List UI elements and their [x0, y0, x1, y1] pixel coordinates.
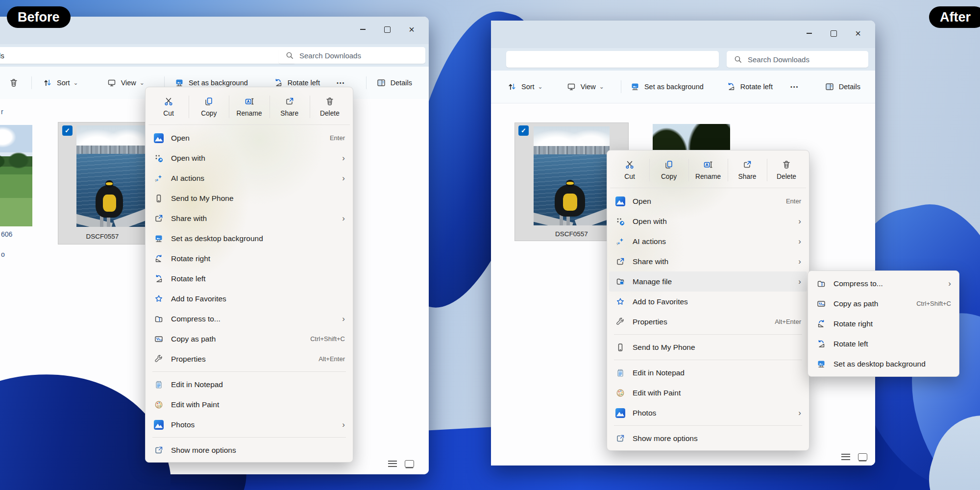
details-label: Details [839, 83, 860, 91]
sort-button[interactable]: Sort ⌄ [43, 78, 78, 88]
close-button[interactable]: × [846, 25, 870, 41]
cut-button[interactable]: Cut [148, 89, 189, 124]
menu-item-manage-file[interactable]: Manage file › [609, 271, 807, 292]
chevron-down-icon: ⌄ [599, 83, 604, 90]
menu-item-rotate-left[interactable]: Rotate left [147, 269, 351, 289]
golf-photo [0, 125, 32, 226]
menu-item-compress-to[interactable]: Compress to... › [810, 273, 957, 294]
details-view-icon[interactable] [388, 461, 397, 467]
rotate-left-button[interactable]: Rotate left [273, 78, 320, 88]
menu-item-set-as-desktop-background[interactable]: Set as desktop background [810, 354, 957, 374]
copy-label: Copy [201, 110, 217, 117]
menu-item-open[interactable]: Open Enter [609, 191, 807, 211]
menu-items: Open Enter Open with › AI actions › Shar… [609, 188, 807, 448]
thumbnail-view-icon[interactable] [405, 460, 414, 467]
menu-item-share-with[interactable]: Share with › [147, 208, 351, 228]
maximize-button[interactable] [375, 22, 399, 37]
rename-label: Rename [695, 173, 721, 180]
menu-item-ai-actions[interactable]: AI actions › [609, 231, 807, 251]
menu-item-compress-to[interactable]: Compress to... › [147, 309, 351, 329]
maximize-button[interactable] [821, 25, 846, 41]
image-icon [630, 82, 640, 92]
menu-item-photos[interactable]: Photos › [147, 415, 351, 435]
selection-checkbox[interactable]: ✓ [518, 125, 529, 136]
paint-icon [615, 388, 625, 398]
delete-button[interactable]: Delete [310, 89, 350, 124]
menu-item-properties[interactable]: Properties Alt+Enter [147, 349, 351, 369]
menu-item-edit-with-paint[interactable]: Edit with Paint [147, 394, 351, 415]
see-more-button[interactable]: ••• [790, 84, 799, 90]
set-as-background-button[interactable]: Set as background [174, 78, 248, 88]
share-icon [154, 214, 164, 223]
search-input[interactable]: Search Downloads [727, 51, 868, 68]
file-thumbnail-golf[interactable] [0, 125, 32, 226]
rename-button[interactable]: Rename [229, 89, 269, 124]
file-name-fragment: 606 [1, 230, 12, 238]
menu-item-set-as-desktop-background[interactable]: Set as desktop background [147, 228, 351, 248]
menu-item-edit-in-notepad[interactable]: Edit in Notepad [147, 374, 351, 394]
menu-item-add-to-favorites[interactable]: Add to Favorites [147, 289, 351, 309]
cut-icon [164, 97, 173, 106]
menu-separator [614, 360, 802, 360]
menu-item-rotate-right[interactable]: Rotate right [147, 248, 351, 269]
chevron-right-icon: › [342, 154, 345, 162]
share-icon [285, 97, 294, 106]
sort-button[interactable]: Sort ⌄ [507, 82, 543, 92]
selection-checkbox[interactable]: ✓ [62, 125, 73, 136]
notepad-icon [615, 368, 625, 378]
rotate-right-icon [154, 254, 164, 264]
close-button[interactable]: × [399, 22, 424, 37]
details-label: Details [391, 79, 412, 87]
address-input[interactable]: ls [0, 47, 296, 64]
menu-separator [152, 371, 346, 372]
copy-button[interactable]: Copy [649, 152, 688, 188]
minimize-button[interactable] [797, 25, 821, 41]
thumbnail-view-icon[interactable] [858, 453, 867, 461]
delete-button[interactable]: Delete [767, 152, 806, 188]
file-thumbnail-diver [534, 126, 610, 225]
details-view-icon[interactable] [841, 454, 850, 460]
see-more-button[interactable]: ••• [337, 80, 345, 86]
menu-item-send-to-my-phone[interactable]: Send to My Phone [147, 188, 351, 208]
rename-button[interactable]: Rename [688, 152, 728, 188]
menu-item-show-more-options[interactable]: Show more options [147, 440, 351, 460]
cut-button[interactable]: Cut [610, 152, 649, 188]
address-input[interactable] [506, 51, 719, 68]
menu-item-ai-actions[interactable]: AI actions › [147, 168, 351, 188]
minimize-icon [360, 29, 366, 30]
menu-item-send-to-my-phone[interactable]: Send to My Phone [609, 337, 807, 357]
menu-item-open-with[interactable]: Open with › [609, 211, 807, 231]
menu-item-rotate-right[interactable]: Rotate right [810, 314, 957, 334]
menu-item-properties[interactable]: Properties Alt+Enter [609, 312, 807, 332]
paint-icon [154, 400, 164, 410]
menu-item-edit-in-notepad[interactable]: Edit in Notepad [609, 363, 807, 383]
search-input[interactable]: Search Downloads [278, 47, 425, 64]
cut-label: Cut [163, 110, 173, 117]
details-button[interactable]: Details [376, 78, 412, 88]
view-button[interactable]: View ⌄ [107, 78, 145, 88]
menu-item-edit-with-paint[interactable]: Edit with Paint [609, 383, 807, 403]
view-button[interactable]: View ⌄ [566, 82, 604, 92]
menu-item-add-to-favorites[interactable]: Add to Favorites [609, 292, 807, 312]
menu-item-copy-as-path[interactable]: Copy as path Ctrl+Shift+C [147, 329, 351, 349]
menu-item-open[interactable]: Open Enter [147, 128, 351, 148]
details-button[interactable]: Details [825, 82, 860, 92]
menu-item-rotate-left[interactable]: Rotate left [810, 334, 957, 354]
titlebar: × [491, 21, 875, 48]
menu-item-show-more-options[interactable]: Show more options [609, 428, 807, 448]
open-with-icon [154, 153, 164, 163]
menu-item-photos[interactable]: Photos › [609, 403, 807, 423]
share-button[interactable]: Share [728, 152, 767, 188]
menu-item-share-with[interactable]: Share with › [609, 251, 807, 271]
set-as-background-button[interactable]: Set as background [630, 82, 704, 92]
selected-file-tile[interactable]: ✓ DSCF0557 [58, 122, 147, 245]
rotate-left-button[interactable]: Rotate left [726, 82, 773, 92]
delete-button[interactable] [9, 78, 19, 88]
menu-item-copy-as-path[interactable]: Copy as path Ctrl+Shift+C [810, 294, 957, 314]
menu-item-open-with[interactable]: Open with › [147, 148, 351, 168]
minimize-button[interactable] [350, 22, 375, 37]
photos-app-icon [615, 196, 625, 206]
chevron-right-icon: › [342, 420, 345, 429]
copy-button[interactable]: Copy [189, 89, 229, 124]
share-button[interactable]: Share [270, 89, 310, 124]
